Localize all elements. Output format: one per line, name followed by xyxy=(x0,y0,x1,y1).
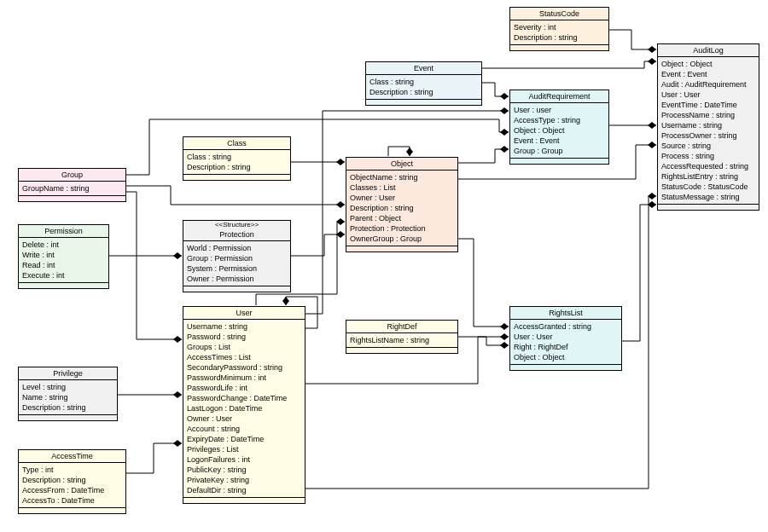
class-title: Class xyxy=(183,137,290,150)
class-title: Protection xyxy=(183,228,290,241)
class-attribute: Level : string xyxy=(22,382,113,392)
class-attrs: AccessGranted : stringUser : UserRight :… xyxy=(510,320,621,364)
class-permission[interactable]: Permission Delete : intWrite : intRead :… xyxy=(18,224,109,289)
class-attribute: StatusMessage : string xyxy=(661,192,755,202)
class-attrs: Level : stringName : stringDescription :… xyxy=(19,380,117,414)
class-attribute: Class : string xyxy=(369,77,478,87)
class-attribute: PrivateKey : string xyxy=(187,475,301,485)
class-attribute: Description : string xyxy=(187,162,287,172)
class-attribute: AccessGranted : string xyxy=(514,321,618,332)
class-attribute: AccessTimes : List xyxy=(187,352,301,362)
class-attribute: Owner : Permission xyxy=(187,274,287,284)
class-event[interactable]: Event Class : stringDescription : string xyxy=(365,61,482,106)
class-attribute: PublicKey : string xyxy=(187,465,301,475)
class-attribute: Write : int xyxy=(22,250,105,260)
class-attribute: Description : string xyxy=(350,203,454,213)
class-attribute: LogonFailures : int xyxy=(187,454,301,465)
class-attribute: Object : Object xyxy=(514,352,618,362)
class-attribute: Description : string xyxy=(22,475,122,485)
class-attribute: AccessRequested : string xyxy=(661,161,755,171)
class-attribute: PasswordMinimum : int xyxy=(187,373,301,383)
class-accesstime[interactable]: AccessTime Type : intDescription : strin… xyxy=(18,449,126,514)
class-title: Permission xyxy=(19,225,108,238)
class-attribute: Event : Event xyxy=(514,136,605,146)
class-rightdef[interactable]: RightDef RightsListName : string xyxy=(346,320,458,354)
class-auditreq[interactable]: AuditRequirement User : userAccessType :… xyxy=(509,90,609,165)
class-attrs: RightsListName : string xyxy=(346,333,457,347)
class-attrs: Class : stringDescription : string xyxy=(183,150,290,174)
class-title: Object xyxy=(346,158,457,171)
class-class[interactable]: Class Class : stringDescription : string xyxy=(183,136,291,181)
class-title: AuditRequirement xyxy=(510,90,608,103)
class-attribute: AccessFrom : DateTime xyxy=(22,485,122,495)
class-attribute: Group : Permission xyxy=(187,253,287,263)
class-protection[interactable]: <<Structure>> Protection World : Permiss… xyxy=(183,220,291,292)
class-attribute: Read : int xyxy=(22,260,105,270)
class-attribute: System : Permission xyxy=(187,263,287,274)
class-object[interactable]: Object ObjectName : stringClasses : List… xyxy=(346,157,458,252)
class-title: AccessTime xyxy=(19,450,125,463)
class-title: Group xyxy=(19,169,125,182)
class-attrs: World : PermissionGroup : PermissionSyst… xyxy=(183,241,290,286)
class-attribute: Severity : int xyxy=(514,22,605,32)
class-attribute: Name : string xyxy=(22,392,113,402)
class-attrs: Severity : intDescription : string xyxy=(510,20,608,44)
class-attribute: Class : string xyxy=(187,152,287,162)
class-attribute: EventTime : DateTime xyxy=(661,100,755,110)
class-attribute: AccessTo : DateTime xyxy=(22,495,122,506)
class-title: RightDef xyxy=(346,321,457,333)
class-attrs: ObjectName : stringClasses : ListOwner :… xyxy=(346,171,457,246)
class-title: AuditLog xyxy=(658,44,759,57)
class-attribute: Event : Event xyxy=(661,69,755,79)
class-stereotype: <<Structure>> xyxy=(183,221,290,228)
class-attribute: Source : string xyxy=(661,141,755,151)
class-attribute: ProcessOwner : string xyxy=(661,130,755,141)
class-privilege[interactable]: Privilege Level : stringName : stringDes… xyxy=(18,367,118,421)
class-attribute: Owner : User xyxy=(350,193,454,203)
class-attribute: Parent : Object xyxy=(350,213,454,223)
class-attribute: GroupName : string xyxy=(22,183,122,194)
class-title: Privilege xyxy=(19,367,117,380)
class-attribute: OwnerGroup : Group xyxy=(350,234,454,244)
class-attribute: Process : string xyxy=(661,151,755,161)
class-statuscode[interactable]: StatusCode Severity : intDescription : s… xyxy=(509,7,609,51)
class-attrs: Delete : intWrite : intRead : intExecute… xyxy=(19,238,108,282)
class-attribute: Account : string xyxy=(187,424,301,434)
class-attribute: DefaultDir : string xyxy=(187,485,301,495)
class-attribute: Right : RightDef xyxy=(514,342,618,352)
class-attribute: Protection : Protection xyxy=(350,223,454,234)
class-attribute: LastLogon : DateTime xyxy=(187,403,301,413)
class-attrs: Class : stringDescription : string xyxy=(366,75,481,99)
class-rightslist[interactable]: RightsList AccessGranted : stringUser : … xyxy=(509,306,622,371)
class-attribute: Object : Object xyxy=(661,59,755,69)
class-attribute: Password : string xyxy=(187,332,301,342)
class-attribute: Groups : List xyxy=(187,342,301,352)
class-attrs: GroupName : string xyxy=(19,182,125,195)
class-attribute: Classes : List xyxy=(350,182,454,193)
class-attribute: AccessType : string xyxy=(514,115,605,125)
class-attribute: ProcessName : string xyxy=(661,110,755,120)
class-attrs: Object : ObjectEvent : EventAudit : Audi… xyxy=(658,57,759,204)
class-attribute: Username : string xyxy=(187,321,301,332)
class-attribute: Audit : AuditRequirement xyxy=(661,79,755,90)
class-attribute: PasswordLife : int xyxy=(187,383,301,393)
class-attribute: User : User xyxy=(661,90,755,100)
class-attribute: Execute : int xyxy=(22,270,105,280)
class-attrs: Username : stringPassword : stringGroups… xyxy=(183,320,305,497)
class-attribute: User : User xyxy=(514,332,618,342)
class-auditlog[interactable]: AuditLog Object : ObjectEvent : EventAud… xyxy=(657,43,759,211)
class-group[interactable]: Group GroupName : string xyxy=(18,168,126,202)
class-attribute: Group : Group xyxy=(514,146,605,156)
class-attribute: StatusCode : StatusCode xyxy=(661,182,755,192)
class-attribute: Description : string xyxy=(369,87,478,97)
class-attribute: RightsListName : string xyxy=(350,335,454,345)
class-attribute: ExpiryDate : DateTime xyxy=(187,434,301,444)
class-attribute: Description : string xyxy=(514,32,605,43)
class-attribute: PasswordChange : DateTime xyxy=(187,393,301,403)
class-attribute: User : user xyxy=(514,105,605,115)
class-user[interactable]: User Username : stringPassword : stringG… xyxy=(183,306,305,504)
class-attrs: User : userAccessType : stringObject : O… xyxy=(510,103,608,158)
class-attribute: Type : int xyxy=(22,465,122,475)
class-attribute: Privileges : List xyxy=(187,444,301,454)
class-title: Event xyxy=(366,62,481,75)
